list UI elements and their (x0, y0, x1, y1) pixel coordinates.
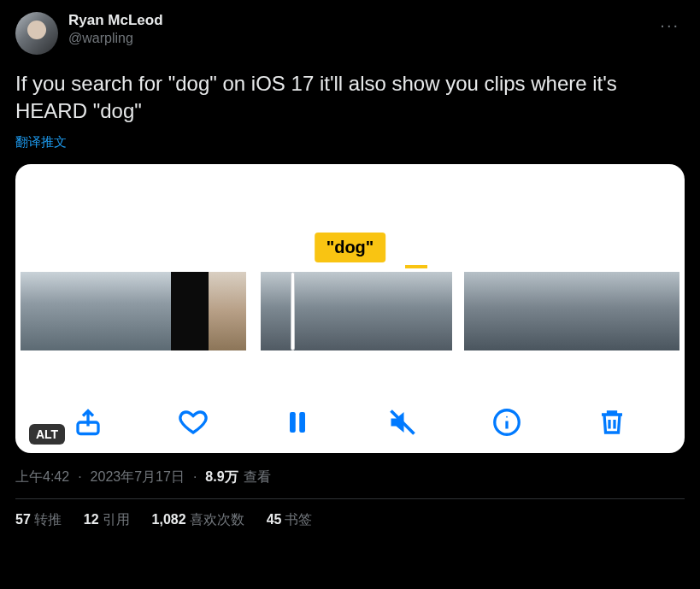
share-icon[interactable] (73, 407, 103, 438)
tweet-stats: 57转推 12引用 1,082喜欢次数 45书签 (15, 511, 685, 529)
likes-stat[interactable]: 1,082喜欢次数 (152, 511, 244, 529)
retweets-label: 转推 (34, 512, 62, 527)
tweet-date[interactable]: 2023年7月17日 (91, 468, 185, 486)
bookmarks-label: 书签 (285, 512, 312, 527)
meta-separator (74, 469, 85, 485)
tweet-header: Ryan McLeod @warpling ··· (15, 12, 685, 55)
heart-icon[interactable] (178, 407, 209, 438)
timeline-thumbnails[interactable] (15, 272, 685, 350)
display-name: Ryan McLeod (68, 12, 655, 29)
likes-label: 喜欢次数 (190, 512, 244, 527)
mute-icon[interactable] (387, 407, 418, 438)
handle: @warpling (68, 31, 655, 46)
bookmarks-count: 45 (267, 512, 282, 527)
avatar[interactable] (15, 12, 58, 55)
author-names[interactable]: Ryan McLeod @warpling (68, 12, 655, 46)
divider (15, 498, 685, 499)
tweet: Ryan McLeod @warpling ··· If you search … (15, 12, 685, 529)
retweets-stat[interactable]: 57转推 (15, 511, 62, 529)
retweets-count: 57 (15, 512, 31, 527)
svg-rect-2 (300, 412, 306, 433)
pause-icon[interactable] (282, 407, 313, 438)
quotes-label: 引用 (103, 512, 130, 527)
quotes-count: 12 (84, 512, 99, 527)
meta-separator (190, 469, 200, 485)
alt-badge[interactable]: ALT (29, 424, 65, 445)
clip-group-3[interactable] (464, 272, 679, 350)
media-card[interactable]: "dog" (15, 164, 685, 453)
playhead-marker (405, 265, 427, 268)
svg-rect-1 (290, 412, 296, 433)
translate-link[interactable]: 翻译推文 (15, 134, 67, 150)
tweet-text: If you search for "dog" on iOS 17 it'll … (15, 70, 685, 126)
trash-icon[interactable] (597, 407, 627, 438)
clip-group-2[interactable] (261, 272, 452, 350)
clip-group-1[interactable] (21, 272, 249, 350)
tweet-time[interactable]: 上午4:42 (15, 468, 69, 486)
views-label: 查看 (244, 468, 271, 486)
more-button[interactable]: ··· (655, 12, 685, 38)
likes-count: 1,082 (152, 512, 186, 527)
quotes-stat[interactable]: 12引用 (84, 511, 130, 529)
tweet-meta: 上午4:42 2023年7月17日 8.9万 查看 (15, 468, 685, 486)
playhead[interactable] (291, 272, 295, 350)
views-count[interactable]: 8.9万 (205, 468, 238, 486)
media-toolbar (15, 407, 685, 438)
search-term-badge: "dog" (315, 233, 386, 262)
svg-point-6 (506, 416, 508, 418)
info-icon[interactable] (491, 407, 522, 438)
bookmarks-stat[interactable]: 45书签 (267, 511, 313, 529)
